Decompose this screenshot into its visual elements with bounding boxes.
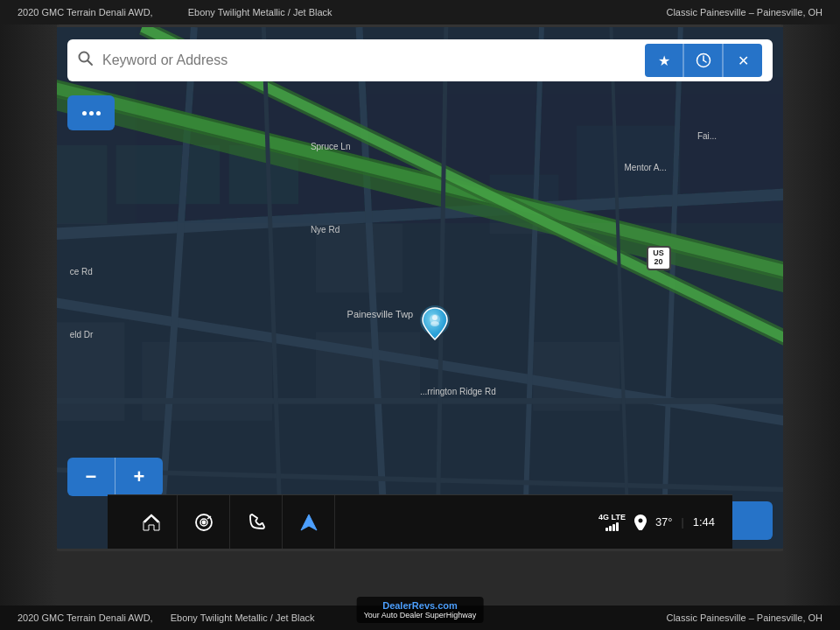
road-label-fai: Fai... [697, 131, 717, 141]
bottom-nav [108, 495, 598, 550]
caption-title: 2020 GMC Terrain Denali AWD, [18, 612, 153, 623]
map-area: Spruce Ln Nye Rd ce Rd eld Dr Painesvill… [55, 27, 785, 549]
temp-time-sep: | [682, 516, 684, 528]
road-label-ridge: ...rrington Ridge Rd [420, 387, 496, 396]
road-label-eld: eld Dr [70, 330, 94, 340]
search-input[interactable]: Keyword or Address [102, 52, 645, 68]
svg-marker-41 [301, 514, 317, 530]
bottom-system-bar: 4G LTE 37° | 1:44 [108, 494, 732, 549]
road-label-ce: ce Rd [70, 267, 93, 276]
temperature: 37° [655, 515, 673, 528]
road-label-painesville-twp: Painesville Twp [347, 309, 414, 319]
signal-bars [606, 522, 619, 531]
watermark: DealerRevs.com Your Auto Dealer SuperHig… [357, 597, 484, 623]
road-label-nye: Nye Rd [311, 225, 340, 234]
caption-color: Ebony Twilight Metallic / Jet Black [171, 612, 315, 623]
infotainment-screen: Spruce Ln Nye Rd ce Rd eld Dr Painesvill… [52, 24, 788, 551]
top-bar-dealer: Classic Painesville – Painesville, OH [666, 7, 822, 18]
top-bar-title: 2020 GMC Terrain Denali AWD, [18, 7, 153, 18]
music-nav-button[interactable] [178, 495, 230, 550]
zoom-out-button[interactable]: − [67, 458, 115, 496]
status-area: 4G LTE 37° | 1:44 [598, 513, 732, 531]
search-icon [78, 51, 94, 71]
more-dots-icon [82, 111, 101, 116]
location-pin [419, 304, 451, 345]
lte-label: 4G LTE [598, 513, 626, 531]
svg-line-33 [88, 60, 93, 65]
search-bar[interactable]: Keyword or Address ★ ✕ [67, 39, 773, 81]
svg-rect-2 [55, 145, 108, 224]
bezel-right [783, 24, 840, 606]
map-roads-svg [55, 27, 785, 549]
bezel-left [0, 24, 57, 606]
home-nav-button[interactable] [125, 495, 178, 550]
close-search-button[interactable]: ✕ [724, 44, 762, 77]
clock-time: 1:44 [693, 515, 715, 528]
watermark-line1: DealerRevs.com [364, 600, 477, 611]
svg-rect-3 [116, 145, 220, 204]
svg-line-36 [704, 60, 706, 62]
favorites-button[interactable]: ★ [645, 44, 683, 77]
search-actions: ★ ✕ [645, 44, 762, 77]
history-button[interactable] [684, 44, 723, 77]
zoom-controls: − + [67, 458, 163, 496]
lte-badge: 4G LTE [598, 513, 626, 522]
svg-point-30 [432, 315, 438, 320]
zoom-in-button[interactable]: + [116, 458, 163, 496]
road-label-spruce: Spruce Ln [311, 142, 351, 151]
caption-dealer: Classic Painesville – Painesville, OH [666, 612, 822, 623]
svg-rect-9 [142, 342, 272, 421]
watermark-logo: DealerRevs.com Your Auto Dealer SuperHig… [357, 597, 484, 623]
navigation-nav-button[interactable] [283, 495, 335, 550]
top-bar: 2020 GMC Terrain Denali AWD, Ebony Twili… [0, 0, 840, 24]
route-shield: US 20 [647, 246, 671, 270]
phone-nav-button[interactable] [230, 495, 283, 550]
top-bar-color: Ebony Twilight Metallic / Jet Black [188, 7, 332, 18]
road-label-mentor: Mentor A... [625, 163, 667, 172]
location-dot-icon [634, 514, 647, 530]
watermark-line2: Your Auto Dealer SuperHighway [364, 611, 477, 620]
svg-point-31 [430, 321, 439, 326]
more-options-button[interactable] [67, 95, 115, 130]
svg-point-39 [202, 521, 205, 523]
